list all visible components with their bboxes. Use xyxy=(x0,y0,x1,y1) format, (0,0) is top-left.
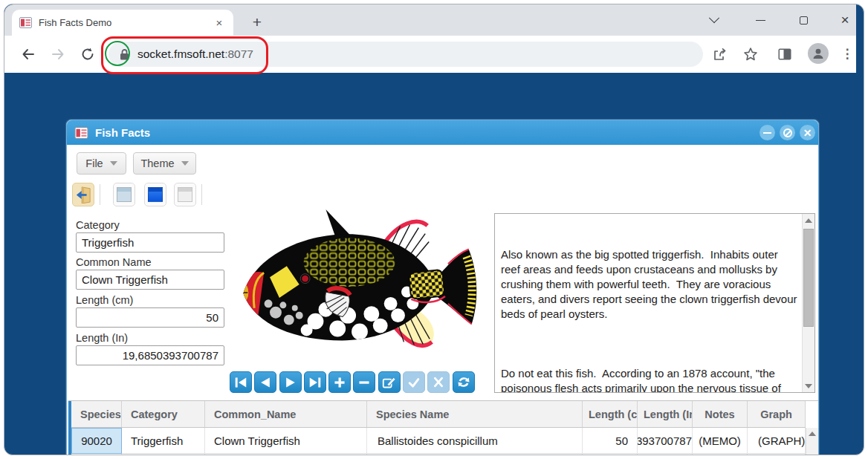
close-icon: ✕ xyxy=(803,128,812,138)
theme-gray-icon xyxy=(178,187,192,202)
nav-first-button[interactable] xyxy=(230,371,252,393)
memo-paragraph: Do not eat this fish. According to an 18… xyxy=(501,366,799,392)
minimize-window-button[interactable] xyxy=(743,4,777,36)
nav-next-button[interactable] xyxy=(279,371,302,393)
tab-close-icon[interactable]: × xyxy=(213,16,226,30)
close-window-button[interactable]: × xyxy=(828,4,862,36)
scroll-down-arrow[interactable] xyxy=(803,380,814,392)
category-label: Category xyxy=(76,219,120,231)
nav-post-button[interactable] xyxy=(403,371,425,393)
address-bar[interactable]: socket.fmsoft.net:8077 xyxy=(108,42,703,67)
caret-down-icon xyxy=(181,161,189,166)
url-text: socket.fmsoft.net:8077 xyxy=(137,48,253,61)
forward-arrow-icon xyxy=(51,47,65,62)
cell-common-name[interactable]: Clown Triggerfish xyxy=(205,454,367,455)
cancel-x-icon xyxy=(433,377,444,388)
file-menu-button[interactable]: File xyxy=(77,152,126,175)
cell-species-name[interactable]: Ballistoides conspicillum xyxy=(367,428,583,454)
cancel-icon xyxy=(783,128,792,137)
exit-button[interactable] xyxy=(72,183,94,206)
col-header-species-name[interactable]: Species Name xyxy=(367,401,583,427)
cell-graph[interactable]: (GRAPH) xyxy=(748,454,806,455)
cell-notes[interactable]: (MEMO) xyxy=(693,428,748,454)
app-titlebar[interactable]: Fish Facts xyxy=(67,120,818,145)
scroll-up-arrow[interactable] xyxy=(803,214,814,227)
cell-species[interactable]: 90020 xyxy=(71,454,122,455)
cell-category[interactable]: Triggerfish xyxy=(122,454,205,455)
scrollbar-thumb[interactable] xyxy=(803,229,814,327)
bookmark-button[interactable] xyxy=(740,44,761,65)
length-in-label: Length (In) xyxy=(76,332,128,344)
app-minimize-button[interactable] xyxy=(760,125,775,140)
cell-common-name[interactable]: Clown Triggerfish xyxy=(205,428,367,454)
cell-length-in[interactable]: 19,6850393700787 xyxy=(638,428,693,454)
col-header-category[interactable]: Category xyxy=(122,401,205,427)
forward-button[interactable] xyxy=(48,44,68,65)
maximize-window-button[interactable] xyxy=(786,4,820,36)
cell-species[interactable]: 90020 xyxy=(71,428,122,454)
nav-edit-button[interactable] xyxy=(378,371,401,393)
table-row-partial[interactable]: 90020 Triggerfish Clown Triggerfish Ball… xyxy=(71,454,806,455)
common-name-input[interactable]: Clown Triggerfish xyxy=(76,270,224,290)
category-input[interactable]: Triggerfish xyxy=(76,232,224,253)
delete-record-icon xyxy=(357,377,371,388)
url-host: socket.fmsoft.net xyxy=(137,48,224,60)
back-arrow-icon xyxy=(21,47,36,62)
cell-category[interactable]: Triggerfish xyxy=(122,428,205,454)
reload-button[interactable] xyxy=(77,44,98,65)
app-cancel-button[interactable] xyxy=(780,125,795,140)
theme-light-blue-button[interactable] xyxy=(113,183,135,206)
table-row[interactable]: 90020 Triggerfish Clown Triggerfish Ball… xyxy=(71,428,806,454)
cell-length-in[interactable]: 19,6850393700787 xyxy=(638,454,693,455)
nav-prior-button[interactable] xyxy=(254,371,276,393)
app-title: Fish Facts xyxy=(95,126,150,139)
nav-cancel-button[interactable] xyxy=(427,371,450,393)
cell-length-cm[interactable]: 50 xyxy=(583,428,638,454)
scroll-up-arrow[interactable] xyxy=(809,432,816,436)
theme-blue-button[interactable] xyxy=(144,183,166,206)
theme-blue-icon xyxy=(148,187,163,202)
chevron-down-icon xyxy=(709,13,719,23)
memo-scrollbar[interactable] xyxy=(802,214,814,392)
col-header-length-in[interactable]: Length (In) xyxy=(638,401,693,427)
nav-refresh-button[interactable] xyxy=(453,371,475,393)
cell-species-name[interactable]: Ballistoides conspicillum xyxy=(367,454,583,455)
col-header-graph[interactable]: Graph xyxy=(748,401,806,427)
nav-last-button[interactable] xyxy=(304,371,326,393)
tab-search-button[interactable] xyxy=(697,4,731,36)
theme-light-blue-icon xyxy=(117,187,132,202)
new-tab-button[interactable]: + xyxy=(247,13,268,33)
app-close-button[interactable]: ✕ xyxy=(800,125,815,140)
browser-menu-button[interactable]: ⋮ xyxy=(840,44,855,65)
notes-memo[interactable]: Also known as the big spotted triggerfis… xyxy=(494,213,815,393)
exit-door-icon xyxy=(75,186,91,204)
reload-icon xyxy=(80,47,95,62)
col-header-common-name[interactable]: Common_Name xyxy=(205,401,367,427)
col-header-notes[interactable]: Notes xyxy=(693,401,748,427)
toolbar-separator xyxy=(100,184,100,205)
cell-notes[interactable]: (MEMO) xyxy=(693,454,748,455)
cell-graph[interactable]: (GRAPH) xyxy=(748,428,806,454)
next-record-icon xyxy=(284,377,297,388)
close-icon: × xyxy=(841,13,849,27)
share-button[interactable] xyxy=(709,44,730,65)
nav-insert-button[interactable] xyxy=(328,371,351,393)
col-header-length-cm[interactable]: Length (cm) xyxy=(583,401,638,427)
profile-button[interactable] xyxy=(808,43,829,64)
theme-gray-button[interactable] xyxy=(174,183,196,206)
length-in-input[interactable]: 19,6850393700787 xyxy=(76,345,224,365)
minimize-icon xyxy=(756,20,765,21)
tab-strip: Fish Facts Demo × + × xyxy=(4,4,856,36)
nav-delete-button[interactable] xyxy=(353,371,375,393)
browser-tab[interactable]: Fish Facts Demo × xyxy=(12,10,233,36)
col-header-species[interactable]: Species xyxy=(71,401,122,427)
tab-title: Fish Facts Demo xyxy=(39,17,213,28)
length-cm-input[interactable]: 50 xyxy=(76,307,224,328)
favicon-form-icon xyxy=(19,17,32,28)
grid-scrollbar[interactable] xyxy=(806,428,818,455)
person-icon xyxy=(812,47,825,60)
cell-length-cm[interactable]: 50 xyxy=(583,454,638,455)
back-button[interactable] xyxy=(18,44,39,65)
theme-menu-button[interactable]: Theme xyxy=(133,152,196,175)
side-panel-button[interactable] xyxy=(774,44,795,65)
